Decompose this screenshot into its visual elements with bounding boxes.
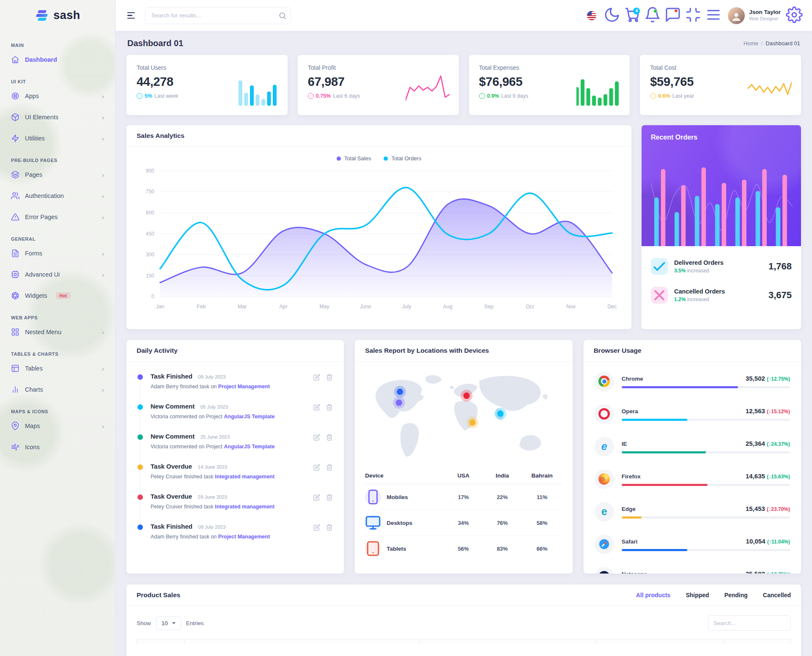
sidebar-item[interactable]: Error Pages ›	[7, 208, 108, 226]
chart-legend: Total Sales Total Orders	[126, 147, 631, 163]
trash-icon[interactable]	[326, 434, 333, 441]
svg-text:Feb: Feb	[197, 304, 206, 310]
sidebar-toggle-button[interactable]	[125, 10, 137, 21]
svg-text:May: May	[319, 304, 329, 310]
sidebar-item[interactable]: Pages ›	[7, 165, 108, 184]
sidebar-item-label: Authentication	[25, 192, 64, 199]
sidebar-item[interactable]: Maps ›	[7, 417, 108, 435]
sidebar-item-label: Pages	[25, 171, 42, 178]
product-sales-tab[interactable]: Pending	[724, 592, 748, 598]
device-table: Device USA India Bahrain Mo	[365, 468, 562, 561]
activity-project-link[interactable]: AngularJS Template	[224, 414, 274, 420]
search-input[interactable]	[145, 7, 291, 24]
settings-button[interactable]	[786, 7, 803, 24]
language-flag-button[interactable]	[583, 7, 600, 24]
sales-row: Sales Analytics Total Sales To	[126, 125, 801, 329]
sidebar-section-label: MAIN	[11, 43, 104, 48]
user-menu[interactable]: Json Taylor Web Designer	[749, 9, 781, 22]
device-icon	[365, 489, 381, 505]
browser-row: Chrome 35,502 (↑12.75%)	[595, 365, 790, 398]
avatar[interactable]	[728, 7, 745, 24]
trash-icon[interactable]	[326, 374, 333, 381]
activity-dot	[137, 494, 143, 500]
edit-icon[interactable]	[313, 494, 320, 501]
product-sales-tab[interactable]: All products	[636, 592, 671, 598]
browser-logo-icon	[598, 473, 610, 485]
sales-analytics-title: Sales Analytics	[137, 132, 184, 140]
sidebar-item[interactable]: UI Elements ›	[7, 108, 108, 126]
messages-button[interactable]	[664, 7, 681, 24]
activity-project-link[interactable]: Integrated management	[215, 504, 274, 510]
stat-card: Total Users 44,278 5% Last week	[126, 55, 288, 115]
chevron-right-icon: ›	[102, 387, 104, 393]
edit-icon[interactable]	[313, 524, 320, 531]
trash-icon[interactable]	[326, 494, 333, 501]
minimize-icon	[685, 6, 702, 25]
sidebar-item[interactable]: Apps ›	[7, 87, 108, 105]
users-icon	[11, 192, 19, 200]
browser-progress-fill	[622, 549, 687, 551]
svg-text:600: 600	[146, 210, 154, 216]
sidebar-section-label: MAPS & ICONS	[11, 409, 104, 414]
sidebar-item[interactable]: Forms ›	[7, 244, 108, 263]
edit-icon[interactable]	[313, 434, 320, 441]
main-area: 4 Json Taylor Web Designer	[115, 0, 812, 656]
activity-project-link[interactable]: AngularJS Template	[224, 444, 274, 450]
breadcrumb-home[interactable]: Home	[743, 40, 758, 47]
device-row: Mobiles 17% 22% 11%	[365, 484, 562, 510]
svg-text:Dec: Dec	[607, 304, 617, 310]
sidebar-section-label: TABLES & CHARTS	[11, 351, 104, 357]
fullscreen-button[interactable]	[685, 7, 702, 24]
col-bahrain: Bahrain	[522, 472, 562, 479]
browser-row: Netscape 35,502 (↑12.75%)	[595, 560, 790, 574]
browser-row: Firefox 14,635 (↓15.63%)	[595, 463, 790, 495]
sidebar-item[interactable]: Widgets Hot	[7, 286, 108, 305]
browser-progress-fill	[622, 516, 642, 519]
sidebar-item[interactable]: Authentication ›	[7, 187, 108, 205]
col-usa: USA	[444, 472, 483, 479]
dark-mode-button[interactable]	[604, 7, 620, 24]
recent-orders-chart	[651, 162, 793, 246]
sidebar-item[interactable]: Charts ›	[7, 380, 108, 399]
edit-icon[interactable]	[313, 374, 320, 381]
cart-button[interactable]: 4	[624, 7, 641, 24]
activity-dot	[137, 524, 143, 530]
activity-project-link[interactable]: Project Management	[218, 534, 270, 540]
trash-icon[interactable]	[326, 404, 333, 411]
sidebar-item[interactable]: Icons	[7, 438, 108, 456]
svg-text:Nov: Nov	[566, 304, 576, 310]
entries-select[interactable]: 10	[156, 616, 181, 630]
browser-progress-track	[622, 516, 790, 519]
sidebar-item[interactable]: Dashboard	[7, 50, 108, 69]
order-count: 3,675	[768, 290, 792, 301]
layers-icon	[11, 170, 19, 179]
product-sales-tab[interactable]: Cancelled	[763, 592, 791, 598]
chat-icon	[664, 6, 681, 25]
sidebar-item[interactable]: Nested Menu ›	[7, 323, 108, 341]
search-icon[interactable]	[278, 11, 287, 20]
activity-item: New Comment 05 July 2023 Victoria commen…	[137, 403, 333, 433]
logo[interactable]: sash	[0, 0, 115, 31]
product-sales-tab[interactable]: Shipped	[686, 592, 709, 598]
alert-icon	[11, 213, 19, 221]
activity-dot	[137, 434, 143, 440]
col-india: India	[483, 472, 522, 479]
edit-icon[interactable]	[313, 404, 320, 411]
apps-list-button[interactable]	[705, 7, 722, 24]
page-title-row: Dashboard 01 Home / Dashboard 01	[127, 38, 800, 48]
trash-icon[interactable]	[326, 524, 333, 531]
browser-progress-fill	[622, 386, 738, 388]
file-icon	[11, 249, 19, 258]
sidebar-item[interactable]: Advanced Ui ›	[7, 265, 108, 284]
stat-sparkline	[406, 70, 450, 106]
sidebar-item[interactable]: Utilities ›	[7, 129, 108, 148]
activity-project-link[interactable]: Integrated management	[215, 474, 274, 480]
trash-icon[interactable]	[326, 464, 333, 471]
notifications-button[interactable]	[644, 7, 661, 24]
stat-sparkline	[748, 70, 792, 106]
device-row: Tablets 56% 83% 66%	[365, 536, 562, 561]
activity-project-link[interactable]: Project Management	[218, 384, 270, 390]
edit-icon[interactable]	[313, 464, 320, 471]
table-search-input[interactable]	[708, 615, 791, 631]
sidebar-item[interactable]: Tables ›	[7, 359, 108, 378]
